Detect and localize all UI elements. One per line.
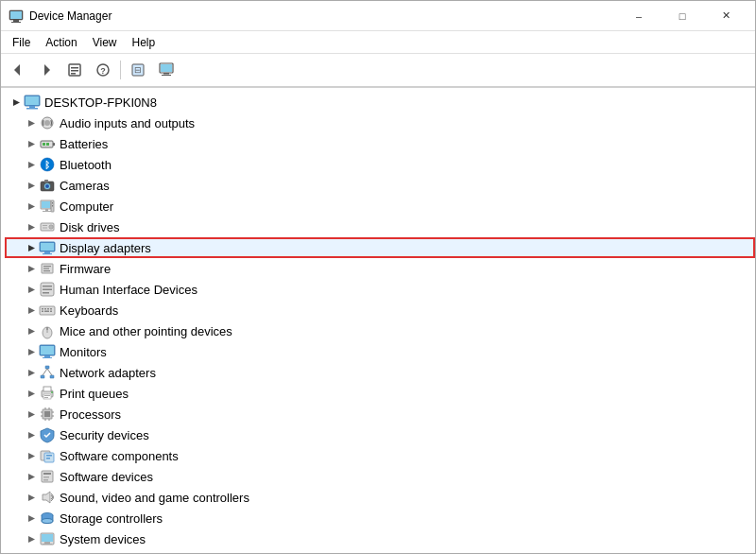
sound-label: Sound, video and game controllers xyxy=(60,491,249,505)
menu-help[interactable]: Help xyxy=(125,34,163,51)
displayadapters-expand-icon xyxy=(24,240,39,255)
tree-item-hid[interactable]: Human Interface Devices xyxy=(5,279,755,300)
svg-rect-101 xyxy=(44,411,50,417)
tree-item-firmware[interactable]: Firmware xyxy=(5,258,755,279)
tree-item-sound[interactable]: Sound, video and game controllers xyxy=(5,487,755,508)
properties-button[interactable] xyxy=(61,57,88,83)
svg-rect-75 xyxy=(44,311,49,313)
tree-item-mice[interactable]: Mice and other pointing devices xyxy=(5,320,755,341)
menu-view[interactable]: View xyxy=(85,34,125,51)
root-icon xyxy=(24,94,41,111)
svg-point-25 xyxy=(44,120,50,126)
back-button[interactable] xyxy=(5,57,31,83)
svg-rect-74 xyxy=(42,311,43,313)
svg-marker-23 xyxy=(28,120,35,127)
tree-item-monitors[interactable]: Monitors xyxy=(5,341,755,362)
tree-item-printqueues[interactable]: Print queues xyxy=(5,383,755,404)
cameras-label: Cameras xyxy=(60,179,110,193)
tree-item-security[interactable]: Security devices xyxy=(5,424,755,445)
svg-rect-9 xyxy=(71,73,76,75)
svg-rect-72 xyxy=(47,308,49,310)
tree-item-storage[interactable]: Storage controllers xyxy=(5,508,755,528)
tree-item-usb[interactable]: Universal Serial Bus controllers xyxy=(5,549,755,553)
monitors-icon xyxy=(39,343,56,360)
keyboards-expand-icon xyxy=(24,303,39,318)
svg-marker-68 xyxy=(28,307,35,314)
svg-rect-73 xyxy=(50,308,52,310)
forward-button[interactable] xyxy=(33,57,60,83)
menu-file[interactable]: File xyxy=(5,34,38,51)
svg-rect-120 xyxy=(43,479,48,481)
tree-item-system[interactable]: System devices xyxy=(5,528,755,549)
security-label: Security devices xyxy=(60,428,149,442)
tree-item-processors[interactable]: Processors xyxy=(5,404,755,424)
svg-rect-55 xyxy=(41,243,54,251)
tree-item-bluetooth[interactable]: ᛒ Bluetooth xyxy=(5,154,755,175)
svg-marker-92 xyxy=(28,390,35,397)
root-expand-icon xyxy=(9,95,24,110)
tree-item-batteries[interactable]: Batteries xyxy=(5,133,755,154)
softwarecomponents-icon xyxy=(39,447,56,464)
svg-rect-61 xyxy=(43,268,49,269)
tree-root-node[interactable]: DESKTOP-FPKI0N8 xyxy=(5,92,755,113)
network-icon xyxy=(39,364,56,381)
softwaredevices-expand-icon xyxy=(24,469,39,484)
menu-action[interactable]: Action xyxy=(38,34,84,51)
svg-rect-66 xyxy=(43,289,52,291)
tree-item-computer[interactable]: Computer xyxy=(5,196,755,216)
svg-marker-110 xyxy=(28,432,35,439)
svg-marker-77 xyxy=(28,328,35,335)
svg-rect-45 xyxy=(52,202,53,204)
firmware-icon xyxy=(39,260,56,277)
update-driver-button[interactable]: ⊟ xyxy=(125,57,151,83)
audio-label: Audio inputs and outputs xyxy=(60,116,195,130)
svg-marker-58 xyxy=(28,266,35,272)
svg-rect-71 xyxy=(44,308,46,310)
svg-rect-84 xyxy=(44,355,50,357)
svg-rect-62 xyxy=(43,270,50,271)
tree-item-audio[interactable]: Audio inputs and outputs xyxy=(5,113,755,133)
tree-item-network[interactable]: Network adapters xyxy=(5,362,755,383)
displayadapters-label: Display adapters xyxy=(60,241,151,255)
audio-icon xyxy=(39,114,56,131)
computer-icon xyxy=(39,198,56,215)
svg-rect-17 xyxy=(162,75,171,76)
bluetooth-expand-icon xyxy=(24,157,39,172)
keyboards-icon xyxy=(39,302,56,319)
tree-item-diskdrives[interactable]: Disk drives xyxy=(5,216,755,237)
monitors-expand-icon xyxy=(24,344,39,359)
close-button[interactable]: ✕ xyxy=(704,1,747,31)
svg-point-50 xyxy=(50,226,52,228)
svg-marker-121 xyxy=(28,494,35,501)
processors-label: Processors xyxy=(60,407,121,422)
tree-item-keyboards[interactable]: Keyboards xyxy=(5,300,755,320)
help-button[interactable]: ? xyxy=(90,57,116,83)
title-bar-icon xyxy=(9,9,24,24)
bluetooth-icon: ᛒ xyxy=(39,156,56,173)
minimize-button[interactable]: – xyxy=(617,1,661,31)
system-expand-icon xyxy=(24,531,39,546)
svg-marker-63 xyxy=(28,286,35,293)
svg-line-91 xyxy=(47,369,52,375)
softwaredevices-icon xyxy=(39,468,56,485)
tree-item-softwarecomponents[interactable]: Software components xyxy=(5,445,755,466)
tree-item-cameras[interactable]: Cameras xyxy=(5,175,755,196)
tree-item-displayadapters[interactable]: Display adapters xyxy=(5,237,755,258)
tree-content[interactable]: DESKTOP-FPKI0N8 Audio inputs and outputs xyxy=(1,88,755,553)
svg-rect-76 xyxy=(50,311,52,313)
svg-marker-26 xyxy=(28,141,35,147)
svg-rect-46 xyxy=(52,205,53,207)
maximize-button[interactable]: □ xyxy=(661,1,704,31)
svg-rect-94 xyxy=(43,387,51,391)
tree-item-softwaredevices[interactable]: Software devices xyxy=(5,466,755,487)
svg-marker-81 xyxy=(28,349,35,355)
svg-rect-97 xyxy=(44,397,48,398)
svg-text:⊟: ⊟ xyxy=(134,65,142,75)
system-label: System devices xyxy=(60,532,146,546)
monitor-button[interactable] xyxy=(153,57,180,83)
svg-rect-87 xyxy=(45,366,49,369)
printqueues-icon xyxy=(39,385,56,402)
storage-expand-icon xyxy=(24,511,39,526)
sound-icon xyxy=(39,489,56,506)
svg-rect-128 xyxy=(42,534,53,542)
